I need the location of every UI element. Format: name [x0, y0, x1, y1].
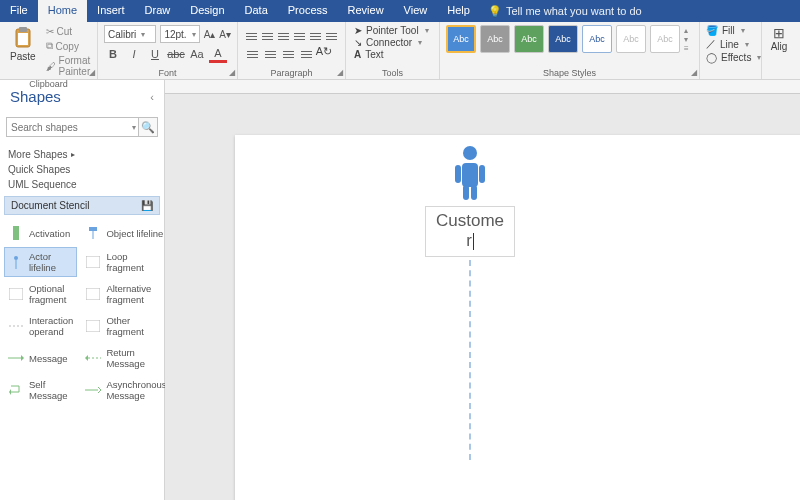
search-button[interactable]: 🔍 — [138, 117, 158, 137]
font-color-button[interactable]: A — [209, 45, 227, 63]
actor-lifeline-shape[interactable]: Custome r — [425, 145, 515, 460]
search-shapes-input[interactable] — [6, 117, 144, 137]
shape-async-message[interactable]: Asynchronous Message — [81, 375, 170, 405]
more-shapes-button[interactable]: More Shapes▸ — [6, 147, 158, 162]
shape-self-message[interactable]: Self Message — [4, 375, 77, 405]
shapes-list: Activation Object lifeline Actor lifelin… — [0, 217, 164, 409]
tab-help[interactable]: Help — [437, 0, 480, 22]
shape-object-lifeline[interactable]: Object lifeline — [81, 221, 170, 245]
align-top-button[interactable] — [244, 25, 258, 41]
actor-label-editor[interactable]: Custome r — [425, 206, 515, 257]
message-icon — [8, 350, 24, 366]
style-scroll-down[interactable]: ▾ — [684, 35, 689, 44]
font-size-combo[interactable]: 12pt.▾ — [160, 25, 199, 43]
stencil-label: Document Stencil — [11, 200, 89, 211]
indent-dec-button[interactable] — [309, 25, 323, 41]
tab-process[interactable]: Process — [278, 0, 338, 22]
align-icon[interactable]: ⊞ — [773, 25, 785, 41]
document-stencil-header[interactable]: Document Stencil 💾 — [4, 196, 160, 215]
svg-point-6 — [14, 256, 18, 260]
tell-me-search[interactable]: 💡 Tell me what you want to do — [480, 0, 650, 22]
svg-rect-9 — [9, 288, 23, 300]
shape-actor-lifeline[interactable]: Actor lifeline — [4, 247, 77, 277]
shape-label: Message — [29, 353, 68, 364]
tab-design[interactable]: Design — [180, 0, 234, 22]
stencil-save-icon[interactable]: 💾 — [141, 200, 153, 211]
effects-button[interactable]: ◯Effects▾ — [706, 52, 755, 63]
uml-sequence-button[interactable]: UML Sequence — [6, 177, 158, 192]
canvas-area[interactable]: Custome r — [165, 80, 800, 500]
activation-icon — [8, 225, 24, 241]
font-name-combo[interactable]: Calibri▾ — [104, 25, 156, 43]
tab-draw[interactable]: Draw — [135, 0, 181, 22]
copy-button[interactable]: ⧉Copy — [44, 39, 93, 53]
decrease-font-button[interactable]: A▾ — [219, 26, 231, 42]
style-swatch-2[interactable]: Abc — [480, 25, 510, 53]
tab-review[interactable]: Review — [338, 0, 394, 22]
font-launcher-icon[interactable]: ◢ — [229, 68, 235, 77]
style-swatch-5[interactable]: Abc — [582, 25, 612, 53]
italic-button[interactable]: I — [125, 45, 143, 63]
connector-tool-button[interactable]: ↘Connector▾ — [352, 37, 433, 48]
svg-rect-8 — [86, 256, 100, 268]
paste-button[interactable]: Paste — [6, 25, 40, 78]
svg-rect-3 — [13, 226, 19, 240]
cut-button[interactable]: ✂Cut — [44, 25, 93, 38]
shape-alternative-fragment[interactable]: Alternative fragment — [81, 279, 170, 309]
clipboard-launcher-icon[interactable]: ◢ — [89, 68, 95, 77]
style-swatch-6[interactable]: Abc — [616, 25, 646, 53]
quick-shapes-button[interactable]: Quick Shapes — [6, 162, 158, 177]
align-right-button[interactable] — [280, 43, 296, 59]
underline-button[interactable]: U — [146, 45, 164, 63]
line-button[interactable]: ／Line▾ — [706, 37, 755, 51]
shape-activation[interactable]: Activation — [4, 221, 77, 245]
font-case-button[interactable]: Aa — [188, 45, 206, 63]
shape-label: Object lifeline — [106, 228, 163, 239]
styles-launcher-icon[interactable]: ◢ — [691, 68, 697, 77]
collapse-panel-icon[interactable]: ‹ — [150, 91, 154, 103]
shape-return-message[interactable]: Return Message — [81, 343, 170, 373]
tab-data[interactable]: Data — [235, 0, 278, 22]
svg-rect-23 — [463, 185, 469, 200]
tab-home[interactable]: Home — [38, 0, 87, 22]
strikethrough-button[interactable]: abc — [167, 45, 185, 63]
fill-button[interactable]: 🪣Fill▾ — [706, 25, 755, 36]
text-tool-button[interactable]: AText — [352, 49, 433, 60]
increase-font-button[interactable]: A▴ — [204, 26, 216, 42]
align-bottom-button[interactable] — [276, 25, 290, 41]
align-left-button[interactable] — [244, 43, 260, 59]
fill-icon: 🪣 — [706, 25, 718, 36]
shape-optional-fragment[interactable]: Optional fragment — [4, 279, 77, 309]
shape-label: Actor lifeline — [29, 251, 73, 273]
shape-other-fragment[interactable]: Other fragment — [81, 311, 170, 341]
format-painter-button[interactable]: 🖌Format Painter — [44, 54, 93, 78]
tab-insert[interactable]: Insert — [87, 0, 135, 22]
bold-button[interactable]: B — [104, 45, 122, 63]
tab-view[interactable]: View — [394, 0, 438, 22]
drawing-page[interactable]: Custome r — [235, 135, 800, 500]
paragraph-launcher-icon[interactable]: ◢ — [337, 68, 343, 77]
svg-rect-4 — [89, 227, 97, 231]
style-swatch-1[interactable]: Abc — [446, 25, 476, 53]
shape-loop-fragment[interactable]: Loop fragment — [81, 247, 170, 277]
indent-inc-button[interactable] — [325, 25, 339, 41]
svg-marker-16 — [85, 355, 88, 361]
style-swatch-4[interactable]: Abc — [548, 25, 578, 53]
search-dropdown-icon[interactable]: ▾ — [132, 123, 136, 132]
align-center-button[interactable] — [262, 43, 278, 59]
rotate-text-button[interactable]: A↻ — [316, 43, 332, 59]
pointer-tool-button[interactable]: ➤Pointer Tool▾ — [352, 25, 433, 36]
other-fragment-icon — [85, 318, 101, 334]
style-swatch-7[interactable]: Abc — [650, 25, 680, 53]
shape-interaction-operand[interactable]: Interaction operand — [4, 311, 77, 341]
bullets-button[interactable] — [293, 25, 307, 41]
style-swatch-3[interactable]: Abc — [514, 25, 544, 53]
svg-rect-21 — [455, 165, 461, 183]
align-middle-button[interactable] — [260, 25, 274, 41]
style-gallery-expand[interactable]: ≡ — [684, 44, 689, 53]
lifeline-line[interactable] — [469, 260, 471, 460]
justify-button[interactable] — [298, 43, 314, 59]
style-scroll-up[interactable]: ▴ — [684, 26, 689, 35]
shape-message[interactable]: Message — [4, 343, 77, 373]
tab-file[interactable]: File — [0, 0, 38, 22]
